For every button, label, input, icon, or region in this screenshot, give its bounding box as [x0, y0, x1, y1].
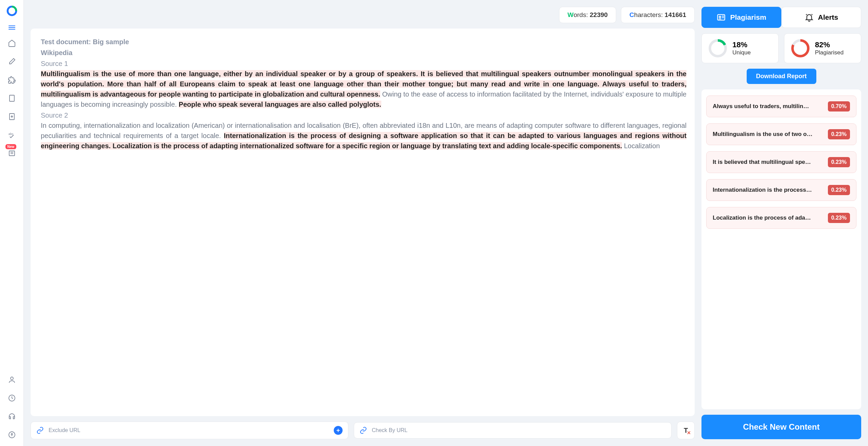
char-count: Characters: 141661 [621, 7, 695, 23]
main-content: Words: 22390 Characters: 141661 Test doc… [24, 0, 868, 446]
left-panel: Words: 22390 Characters: 141661 Test doc… [31, 7, 695, 439]
exclude-url-field[interactable]: + [31, 422, 348, 439]
result-item[interactable]: It is believed that multilingual spe… 0.… [706, 151, 856, 173]
word-count: Words: 22390 [559, 7, 616, 23]
svg-point-13 [719, 16, 721, 18]
file-download-icon[interactable] [7, 112, 16, 121]
news-icon[interactable]: New [7, 149, 16, 158]
document-icon[interactable] [7, 94, 16, 103]
clear-formatting-button[interactable]: T✕ [677, 422, 695, 439]
link-icon [36, 427, 44, 434]
history-icon[interactable] [7, 394, 16, 402]
edit-icon[interactable] [7, 57, 16, 66]
support-icon[interactable] [7, 412, 16, 421]
plag-donut-icon [791, 38, 810, 58]
upload-icon[interactable] [7, 430, 16, 439]
result-item[interactable]: Localization is the process of ada… 0.23… [706, 207, 856, 229]
spellcheck-icon[interactable]: abc [7, 131, 16, 139]
tabs: Plagiarism Alerts [701, 7, 861, 28]
result-item[interactable]: Always useful to traders, multilin… 0.70… [706, 96, 856, 117]
source-label: Source 1 [41, 58, 687, 69]
svg-text:abc: abc [8, 132, 14, 136]
new-badge: New [5, 144, 17, 149]
right-panel: Plagiarism Alerts 18% Unique [701, 7, 861, 439]
results-list: Always useful to traders, multilin… 0.70… [701, 89, 861, 409]
extension-icon[interactable] [7, 75, 16, 84]
id-card-icon [716, 13, 726, 22]
download-report-button[interactable]: Download Report [747, 69, 816, 84]
add-exclude-button[interactable]: + [334, 426, 343, 435]
sidebar: abc New [0, 0, 24, 446]
result-item[interactable]: Internationalization is the process… 0.2… [706, 179, 856, 201]
svg-rect-3 [10, 95, 14, 101]
check-url-field[interactable] [354, 422, 672, 439]
svg-rect-6 [9, 151, 15, 156]
source-label-2: Source 2 [41, 110, 687, 120]
bottom-bar: + T✕ [31, 422, 695, 439]
unique-donut-icon [708, 38, 728, 58]
menu-toggle-icon[interactable] [8, 24, 15, 31]
home-icon[interactable] [7, 39, 16, 48]
svg-point-9 [11, 377, 13, 380]
bell-icon [804, 13, 814, 22]
logo [5, 4, 19, 18]
tab-alerts[interactable]: Alerts [781, 7, 861, 28]
paragraph-1: Multilingualism is the use of more than … [41, 69, 687, 109]
editor[interactable]: Test document: Big sample Wikipedia Sour… [31, 29, 695, 416]
user-icon[interactable] [7, 375, 16, 384]
stats-bar: Words: 22390 Characters: 141661 [31, 7, 695, 23]
score-cards: 18% Unique 82% Plagiarised [701, 33, 861, 63]
check-new-content-button[interactable]: Check New Content [701, 415, 861, 439]
plagiarised-score: 82% Plagiarised [784, 33, 861, 63]
result-item[interactable]: Multilingualism is the use of two o… 0.2… [706, 123, 856, 145]
paragraph-2: In computing, internationalization and l… [41, 120, 687, 151]
doc-title: Test document: Big sample [41, 37, 687, 47]
tab-plagiarism[interactable]: Plagiarism [701, 7, 781, 28]
unique-score: 18% Unique [701, 33, 779, 63]
check-url-input[interactable] [372, 427, 666, 433]
link-icon [360, 427, 367, 434]
doc-subtitle: Wikipedia [41, 48, 687, 58]
exclude-url-input[interactable] [49, 427, 329, 433]
